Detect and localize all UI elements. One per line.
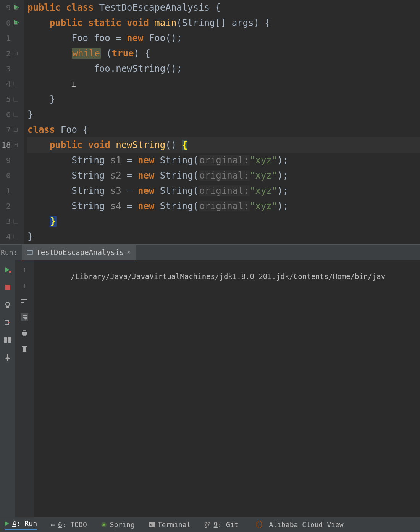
svg-marker-24 <box>5 521 9 526</box>
matched-brace: { <box>182 140 187 150</box>
fold-icon[interactable] <box>14 128 18 132</box>
spring-icon <box>101 522 107 528</box>
fold-end-icon[interactable] <box>13 219 18 224</box>
fold-icon[interactable] <box>14 21 18 25</box>
console-output[interactable]: /Library/Java/JavaVirtualMachines/jdk1.8… <box>34 260 420 517</box>
run-inner-toolbar: ↑ ↓ <box>15 260 34 517</box>
svg-rect-22 <box>22 346 27 347</box>
dump-threads-icon[interactable] <box>4 301 11 309</box>
fold-end-icon[interactable] <box>13 112 18 117</box>
svg-marker-17 <box>24 318 27 320</box>
matched-brace: } <box>50 216 57 227</box>
fold-end-icon[interactable] <box>13 234 18 239</box>
bottom-toolbar: 44: Run: Run ≔ 6: TODO6: TODO Spring >_ … <box>0 517 420 532</box>
fold-icon[interactable] <box>14 143 18 147</box>
trash-icon[interactable] <box>21 345 28 353</box>
tool-tab-run[interactable]: 44: Run: Run <box>5 519 37 530</box>
svg-marker-14 <box>5 354 10 359</box>
tool-tab-alibaba-cloud[interactable]: 〔〕 Alibaba Cloud View <box>252 520 344 529</box>
svg-point-29 <box>208 522 210 524</box>
svg-rect-3 <box>27 250 32 251</box>
rerun-icon[interactable] <box>4 266 11 274</box>
svg-rect-19 <box>23 330 26 332</box>
run-tool-window: Run: TestDoEscapeAnalysis × ↑ ↓ <box>0 244 420 517</box>
svg-rect-20 <box>23 334 26 336</box>
down-arrow-icon[interactable]: ↓ <box>21 281 28 289</box>
tool-tab-git[interactable]: 9: Git9: Git <box>204 521 238 529</box>
line-number: 9 <box>0 3 11 12</box>
alibaba-cloud-icon: 〔〕 <box>252 520 266 529</box>
svg-rect-13 <box>8 340 11 343</box>
svg-rect-21 <box>23 347 26 352</box>
svg-rect-11 <box>8 337 11 340</box>
svg-point-30 <box>205 526 207 527</box>
tool-tab-spring[interactable]: Spring <box>101 521 135 529</box>
svg-rect-12 <box>4 340 7 343</box>
active-line: public void newString() { <box>27 137 420 153</box>
run-config-tab[interactable]: TestDoEscapeAnalysis × <box>22 245 136 260</box>
print-icon[interactable] <box>21 329 28 337</box>
terminal-icon: >_ <box>149 522 155 527</box>
fold-icon[interactable] <box>14 52 18 55</box>
code-editor[interactable]: 9 0 1 2 3 4 5 6 7 18 9 0 1 2 3 4 public … <box>0 0 420 244</box>
run-panel-label: Run: <box>0 248 22 256</box>
svg-rect-15 <box>7 359 8 361</box>
git-branch-icon <box>204 522 210 528</box>
parameter-hint: original: <box>199 155 250 166</box>
code-area[interactable]: public class TestDoEscapeAnalysis { publ… <box>24 0 420 244</box>
run-tab-icon <box>27 250 33 255</box>
soft-wrap-icon[interactable] <box>21 297 28 305</box>
stop-icon[interactable] <box>4 284 11 291</box>
svg-rect-10 <box>4 337 7 340</box>
run-side-toolbar <box>0 260 15 517</box>
editor-gutter: 9 0 1 2 3 4 5 6 7 18 9 0 1 2 3 4 <box>0 0 24 244</box>
console-line: /Library/Java/JavaVirtualMachines/jdk1.8… <box>71 272 386 281</box>
up-arrow-icon[interactable]: ↑ <box>21 265 28 273</box>
layout-icon[interactable] <box>4 336 11 344</box>
svg-text:>_: >_ <box>150 523 155 527</box>
svg-marker-16 <box>23 301 24 304</box>
scroll-to-end-icon[interactable] <box>21 313 28 321</box>
highlighted-keyword: while <box>72 48 101 59</box>
svg-point-28 <box>205 522 207 524</box>
exit-icon[interactable] <box>4 319 11 326</box>
close-icon[interactable]: × <box>127 248 131 256</box>
list-icon: ≔ <box>51 521 55 529</box>
text-cursor-icon: ⌶ <box>72 79 76 89</box>
run-tab-title: TestDoEscapeAnalysis <box>36 248 124 256</box>
svg-point-6 <box>6 302 10 306</box>
fold-end-icon[interactable] <box>13 82 18 86</box>
svg-rect-7 <box>6 306 9 308</box>
tool-tab-terminal[interactable]: >_ Terminal <box>149 521 191 529</box>
tool-tab-todo[interactable]: ≔ 6: TODO6: TODO <box>51 521 87 529</box>
svg-rect-23 <box>23 346 26 346</box>
pin-icon[interactable] <box>4 354 11 361</box>
line-number: 0 <box>0 18 11 27</box>
svg-marker-4 <box>5 267 9 272</box>
fold-end-icon[interactable] <box>13 97 18 102</box>
fold-icon[interactable] <box>14 6 18 10</box>
svg-rect-5 <box>9 271 11 273</box>
